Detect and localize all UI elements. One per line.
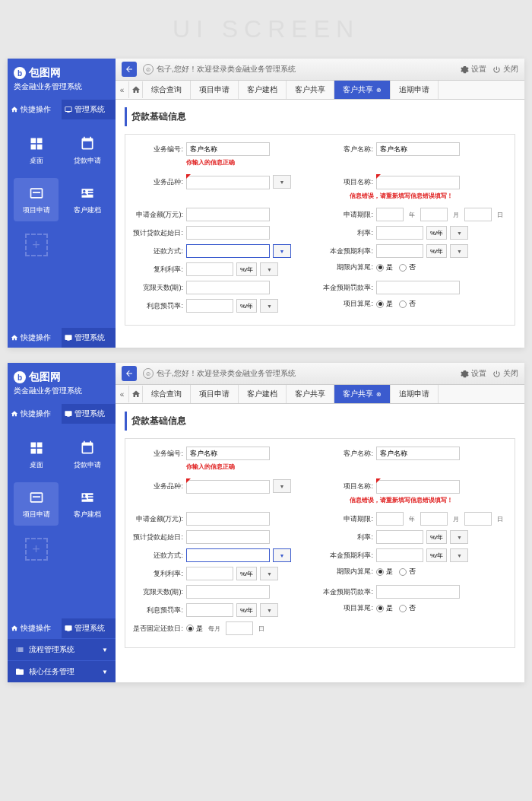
tab-nav-left[interactable]: « <box>116 81 129 98</box>
tab-client-file[interactable]: 客户建档 <box>239 385 287 403</box>
input-period-year[interactable] <box>376 512 404 526</box>
input-apply-amount[interactable] <box>186 208 270 221</box>
tab-query[interactable]: 综合查询 <box>143 385 191 403</box>
tab-overdue[interactable]: 追期申请 <box>391 81 439 99</box>
sidebar-menu-process[interactable]: 流程管理系统 ▼ <box>8 638 116 660</box>
input-grace-days[interactable] <box>186 281 270 294</box>
input-rate[interactable] <box>376 530 423 544</box>
back-button[interactable] <box>122 366 137 381</box>
input-biz-type[interactable] <box>186 480 270 494</box>
radio-no[interactable]: 否 <box>399 299 416 309</box>
input-period-month[interactable] <box>420 512 448 526</box>
quick-item-project[interactable]: 项目申请 <box>14 178 59 221</box>
select-principal-rate[interactable]: ▼ <box>450 244 468 258</box>
sidebar-tab-quick[interactable]: 快捷操作 <box>8 100 62 119</box>
sidebar-tab-quick-bottom[interactable]: 快捷操作 <box>8 618 62 638</box>
input-compound-rate[interactable] <box>186 567 233 580</box>
close-icon[interactable]: ⊗ <box>376 87 382 94</box>
select-rate[interactable]: ▼ <box>450 530 468 544</box>
input-period-day[interactable] <box>464 512 492 526</box>
close-button[interactable]: 关闭 <box>492 368 518 379</box>
radio-no[interactable]: 否 <box>399 603 416 613</box>
input-period-month[interactable] <box>420 208 448 221</box>
settings-button[interactable]: 设置 <box>461 368 486 379</box>
sidebar-tab-manage[interactable]: 管理系统 <box>62 404 116 424</box>
select-principal-rate[interactable]: ▼ <box>450 548 468 562</box>
input-repay-method[interactable] <box>186 244 270 258</box>
close-icon[interactable]: ⊗ <box>376 391 382 398</box>
select-penalty-rate[interactable]: ▼ <box>260 603 278 617</box>
input-biz-type[interactable] <box>186 176 270 189</box>
tab-project[interactable]: 项目申请 <box>191 385 239 403</box>
radio-yes[interactable]: 是 <box>376 299 393 309</box>
settings-button[interactable]: 设置 <box>461 64 486 75</box>
tab-overdue[interactable]: 追期申请 <box>391 385 439 403</box>
sidebar-tab-manage[interactable]: 管理系统 <box>62 100 116 119</box>
input-repay-method[interactable] <box>186 548 270 562</box>
tab-query[interactable]: 综合查询 <box>143 81 191 99</box>
select-biz-type[interactable]: ▼ <box>273 479 291 493</box>
radio-yes[interactable]: 是 <box>376 603 393 613</box>
select-repay-method[interactable]: ▼ <box>273 244 291 258</box>
input-principal-rate[interactable] <box>376 244 423 258</box>
sidebar-tab-quick[interactable]: 快捷操作 <box>8 404 62 424</box>
radio-no[interactable]: 否 <box>399 262 416 272</box>
input-period-year[interactable] <box>376 208 404 221</box>
input-client-name[interactable] <box>376 142 460 156</box>
input-compound-rate[interactable] <box>186 262 233 276</box>
quick-item-desktop[interactable]: 桌面 <box>14 433 59 476</box>
select-compound-rate[interactable]: ▼ <box>260 262 278 276</box>
sidebar-tabs-bottom: 快捷操作 管理系统 <box>8 618 116 638</box>
radio-yes[interactable]: 是 <box>376 567 393 577</box>
tab-client-file[interactable]: 客户建档 <box>239 81 287 99</box>
input-period-day[interactable] <box>464 208 492 221</box>
quick-item-client[interactable]: 客户建档 <box>65 178 109 221</box>
quick-item-client[interactable]: 客户建档 <box>65 482 109 526</box>
input-principal-penalty[interactable] <box>376 281 460 294</box>
quick-item-desktop[interactable]: 桌面 <box>14 129 59 172</box>
tab-home[interactable] <box>129 386 143 402</box>
tab-client-share-active[interactable]: 客户共享 ⊗ <box>334 385 391 403</box>
input-project-name[interactable] <box>376 176 460 189</box>
radio-fixed-yes[interactable]: 是 <box>186 624 203 634</box>
quick-item-add[interactable]: + <box>14 227 59 262</box>
quick-item-loan[interactable]: 贷款申请 <box>65 129 109 172</box>
radio-yes[interactable]: 是 <box>376 262 393 272</box>
input-fixed-day[interactable] <box>226 621 253 635</box>
tab-client-share[interactable]: 客户共享 <box>287 385 334 403</box>
quick-item-add[interactable]: + <box>14 532 59 567</box>
sidebar-tab-manage-bottom[interactable]: 管理系统 <box>62 618 116 638</box>
quick-item-project[interactable]: 项目申请 <box>14 482 59 526</box>
input-penalty-rate[interactable] <box>186 299 233 313</box>
tab-client-share-active[interactable]: 客户共享 ⊗ <box>334 81 391 99</box>
input-biz-no[interactable] <box>186 447 270 460</box>
input-project-name[interactable] <box>376 480 460 494</box>
input-grace-days[interactable] <box>186 585 270 599</box>
select-rate[interactable]: ▼ <box>450 226 468 240</box>
input-principal-penalty[interactable] <box>376 585 460 599</box>
quick-item-loan[interactable]: 贷款申请 <box>65 433 109 476</box>
input-principal-rate[interactable] <box>376 548 423 562</box>
tab-project[interactable]: 项目申请 <box>191 81 239 99</box>
input-loan-start[interactable] <box>186 530 270 544</box>
input-biz-no[interactable] <box>186 142 270 156</box>
tab-client-share[interactable]: 客户共享 <box>287 81 334 99</box>
input-rate[interactable] <box>376 226 423 240</box>
select-biz-type[interactable]: ▼ <box>273 175 291 189</box>
sidebar-tab-quick-bottom[interactable]: 快捷操作 <box>8 328 62 348</box>
radio-no[interactable]: 否 <box>399 567 416 577</box>
input-apply-amount[interactable] <box>186 512 270 526</box>
select-repay-method[interactable]: ▼ <box>273 548 291 562</box>
input-loan-start[interactable] <box>186 226 270 240</box>
sidebar-tab-manage-bottom[interactable]: 管理系统 <box>62 328 116 348</box>
select-compound-rate[interactable]: ▼ <box>260 567 278 580</box>
back-button[interactable] <box>122 62 137 77</box>
input-penalty-rate[interactable] <box>186 603 233 617</box>
topbar: ☺ 包子,您好！欢迎登录类金融业务管理系统 设置 关闭 <box>116 59 524 81</box>
close-button[interactable]: 关闭 <box>492 64 518 75</box>
select-penalty-rate[interactable]: ▼ <box>260 299 278 313</box>
tab-nav-left[interactable]: « <box>116 386 129 402</box>
tab-home[interactable] <box>129 81 143 98</box>
input-client-name[interactable] <box>376 447 460 460</box>
sidebar-menu-core[interactable]: 核心任务管理 ▼ <box>8 660 116 682</box>
